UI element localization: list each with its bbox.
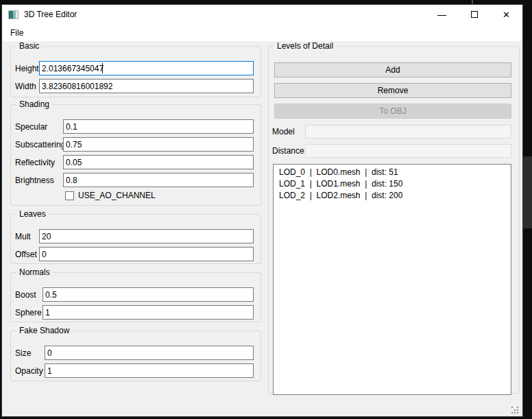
field-row-width: Width: [15, 78, 254, 94]
maximize-button[interactable]: [458, 5, 490, 24]
subscattering-label: Subscattering: [15, 140, 63, 149]
menu-file[interactable]: File: [5, 26, 28, 40]
mult-input-wrap: [39, 229, 254, 243]
size-label: Size: [15, 348, 45, 358]
offset-input-wrap: [39, 247, 254, 261]
background-artifact-patch: [523, 156, 532, 228]
brightness-input[interactable]: [63, 173, 254, 187]
subscattering-input-wrap: [63, 137, 254, 152]
minimize-button[interactable]: —: [426, 5, 458, 24]
specular-input-wrap: [63, 119, 254, 134]
height-input[interactable]: [39, 61, 254, 75]
width-input[interactable]: [39, 79, 254, 93]
sphere-input-wrap: [43, 305, 254, 320]
field-row-opacity: Opacity: [15, 363, 254, 379]
brightness-label: Brightness: [15, 176, 63, 185]
lod-list[interactable]: LOD_0 | LOD0.mesh | dist: 51 LOD_1 | LOD…: [273, 164, 511, 395]
width-label: Width: [15, 82, 39, 91]
reflectivity-input[interactable]: [63, 155, 254, 169]
group-fake-shadow: Fake Shadow Size Opacity: [10, 331, 261, 381]
group-lod-title: Levels of Detail: [274, 41, 336, 51]
app-icon-part: [13, 11, 16, 19]
field-row-mult: Mult: [15, 228, 254, 244]
distance-label: Distance: [272, 146, 305, 156]
close-button[interactable]: ✕: [490, 5, 522, 24]
remove-button[interactable]: Remove: [274, 83, 511, 98]
group-levels-of-detail: Levels of Detail Add Remove To OBJ Model…: [268, 46, 520, 394]
opacity-input[interactable]: [45, 363, 254, 378]
brightness-input-wrap: [63, 173, 254, 187]
field-row-offset: Offset: [15, 246, 254, 262]
to-obj-button[interactable]: To OBJ: [274, 104, 511, 119]
group-leaves: Leaves Mult Offset: [10, 214, 261, 264]
window-title: 3D Tree Editor: [24, 10, 77, 19]
group-fake-shadow-title: Fake Shadow: [16, 326, 72, 335]
use-ao-channel-row: USE_AO_CHANNEL: [65, 190, 261, 201]
lod-list-item[interactable]: LOD_1 | LOD1.mesh | dist: 150: [274, 178, 511, 190]
specular-input[interactable]: [63, 119, 254, 134]
model-input[interactable]: [305, 125, 511, 139]
use-ao-channel-label: USE_AO_CHANNEL: [78, 191, 156, 200]
client-area: Basic Height Width Shading Specular: [2, 41, 522, 416]
boost-input[interactable]: [43, 287, 254, 302]
offset-input[interactable]: [39, 247, 254, 261]
title-bar[interactable]: 3D Tree Editor — ✕: [2, 5, 522, 24]
field-row-sphere: Sphere: [15, 304, 254, 320]
offset-label: Offset: [15, 250, 39, 259]
app-icon: [8, 10, 19, 19]
field-row-boost: Boost: [15, 287, 254, 302]
width-input-wrap: [39, 79, 254, 93]
group-leaves-title: Leaves: [16, 209, 49, 219]
field-row-subscattering: Subscattering: [15, 136, 254, 152]
subscattering-input[interactable]: [63, 137, 254, 152]
add-button[interactable]: Add: [274, 62, 511, 77]
size-input-wrap: [45, 346, 254, 360]
lod-list-item[interactable]: LOD_0 | LOD0.mesh | dist: 51: [274, 167, 511, 178]
sphere-label: Sphere: [15, 308, 43, 318]
boost-input-wrap: [43, 287, 254, 302]
reflectivity-label: Reflectivity: [15, 158, 63, 167]
group-basic: Basic Height Width: [10, 46, 261, 97]
field-row-brightness: Brightness: [15, 172, 254, 188]
menu-bar: File: [2, 24, 522, 41]
size-input[interactable]: [45, 346, 254, 360]
height-label: Height: [15, 64, 39, 73]
field-row-size: Size: [15, 345, 254, 361]
group-basic-title: Basic: [16, 41, 42, 51]
app-window: 3D Tree Editor — ✕ File Basic Height: [1, 4, 523, 417]
text-caret: [102, 63, 103, 73]
specular-label: Specular: [15, 122, 63, 132]
group-shading-title: Shading: [16, 99, 52, 109]
boost-label: Boost: [15, 290, 43, 300]
reflectivity-input-wrap: [63, 155, 254, 169]
group-normals: Normals Boost Sphere: [10, 272, 261, 322]
close-icon: ✕: [503, 10, 510, 20]
distance-row: Distance: [272, 143, 511, 158]
field-row-height: Height: [15, 60, 254, 76]
use-ao-channel-checkbox[interactable]: [65, 191, 74, 200]
opacity-input-wrap: [45, 363, 254, 378]
mult-input[interactable]: [39, 229, 254, 243]
group-shading: Shading Specular Subscattering Reflectiv…: [10, 104, 261, 206]
resize-grip[interactable]: [511, 407, 520, 415]
mult-label: Mult: [15, 232, 39, 241]
minimize-icon: —: [437, 10, 446, 20]
model-label: Model: [272, 127, 305, 136]
height-input-wrap: [39, 61, 254, 75]
field-row-reflectivity: Reflectivity: [15, 154, 254, 170]
sphere-input[interactable]: [43, 305, 254, 320]
model-row: Model: [272, 124, 511, 139]
lod-list-item[interactable]: LOD_2 | LOD2.mesh | dist: 200: [274, 190, 511, 202]
field-row-specular: Specular: [15, 119, 254, 134]
window-controls: — ✕: [426, 5, 522, 24]
maximize-icon: [471, 11, 478, 18]
group-normals-title: Normals: [16, 267, 53, 277]
distance-input[interactable]: [305, 144, 511, 158]
opacity-label: Opacity: [15, 366, 45, 376]
